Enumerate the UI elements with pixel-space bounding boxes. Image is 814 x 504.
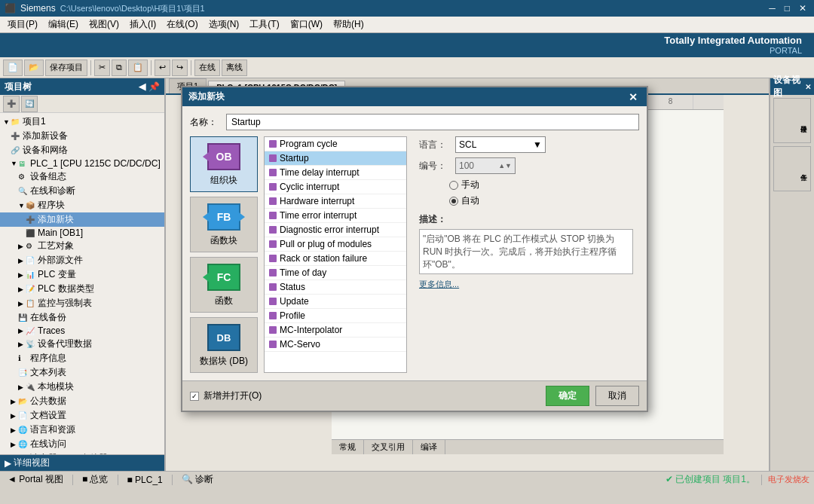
tree-item-plc-variable[interactable]: ▶ 📊 PLC 变量: [0, 267, 164, 282]
cancel-button[interactable]: 取消: [595, 386, 639, 406]
tree-item-text-list[interactable]: 📑 文本列表: [0, 365, 164, 380]
number-input[interactable]: 100 ▲▼: [455, 157, 516, 174]
portal-view-btn[interactable]: ◄ Portal 视图: [5, 473, 66, 486]
new-btn[interactable]: 📄: [3, 60, 23, 76]
portal-header: Totally Integrated Automation PORTAL: [0, 33, 814, 57]
close-btn[interactable]: ✕: [796, 3, 809, 14]
list-item-profile[interactable]: Profile: [265, 309, 406, 323]
tree-item-traces[interactable]: ▶ 📈 Traces: [0, 325, 164, 337]
confirm-button[interactable]: 确定: [546, 386, 589, 406]
list-item-status[interactable]: Status: [265, 280, 406, 295]
tree-item-doc-settings[interactable]: ▶ 📄 文档设置: [0, 408, 164, 423]
radio-auto[interactable]: 自动: [449, 194, 633, 207]
toolbar-sep2: [151, 60, 151, 75]
tree-item-online-backup[interactable]: 💾 在线备份: [0, 310, 164, 325]
menu-edit[interactable]: 编辑(E): [44, 17, 83, 32]
description-text: "启动"OB 将在 PLC 的工作模式从 STOP 切换为 RUN 时执行一次。…: [423, 234, 617, 270]
tree-item-external-source[interactable]: ▶ 📄 外部源文件: [0, 253, 164, 267]
tree-item-online-diag[interactable]: 🔍 在线和诊断: [0, 184, 164, 198]
radio-manual[interactable]: 手动: [449, 179, 633, 191]
cut-btn[interactable]: ✂: [94, 60, 110, 76]
menu-options[interactable]: 选项(N): [204, 17, 244, 32]
more-info-link[interactable]: 更多信息...: [419, 279, 459, 290]
list-item-diagnostic[interactable]: Diagnostic error interrupt: [265, 223, 406, 237]
list-item-rack-failure[interactable]: Rack or station failure: [265, 252, 406, 266]
online-btn[interactable]: 在线: [194, 60, 220, 76]
language-dropdown[interactable]: SCL ▼: [455, 136, 546, 153]
tree-item-common-data[interactable]: ▶ 📂 公共数据: [0, 394, 164, 408]
list-item-mc-interpolator[interactable]: MC-Interpolator: [265, 323, 406, 338]
app-logo: ⬛: [5, 3, 16, 14]
tree-item-program-blocks[interactable]: ▼ 📦 程序块: [0, 198, 164, 212]
block-type-fc[interactable]: FC 函数: [190, 257, 258, 313]
footer-checkbox[interactable]: ✓: [190, 392, 199, 401]
menu-project[interactable]: 项目(P): [3, 17, 42, 32]
fc-icon-shape: FC: [205, 262, 243, 292]
maximize-btn[interactable]: □: [782, 3, 793, 14]
fc-shape: FC: [207, 264, 240, 291]
list-item-pull-plug[interactable]: Pull or plug of modules: [265, 237, 406, 252]
undo-btn[interactable]: ↩: [155, 60, 170, 76]
radio-group: 手动 自动: [449, 179, 633, 207]
tree-item-online-access[interactable]: ▶ 🌐 在线访问: [0, 437, 164, 451]
diag-btn[interactable]: 🔍 诊断: [179, 473, 216, 486]
tree-item-plc-data-type[interactable]: ▶ 📝 PLC 数据类型: [0, 282, 164, 296]
paste-btn[interactable]: 📋: [128, 60, 148, 76]
tree-item-project[interactable]: ▼ 📁 项目1: [0, 115, 164, 129]
tree-item-local-modules[interactable]: ▶ 🔌 本地模块: [0, 380, 164, 394]
list-icon-1: [269, 154, 277, 162]
block-type-ob[interactable]: OB 组织块: [190, 136, 258, 192]
save-btn[interactable]: 保存项目: [45, 60, 87, 76]
list-item-time-of-day[interactable]: Time of day: [265, 266, 406, 280]
offline-btn[interactable]: 离线: [222, 60, 247, 76]
task-card-btn[interactable]: 任务卡: [773, 146, 811, 191]
footer-left: ✓ 新增并打开(O): [190, 389, 262, 402]
toolbar: 📄 📂 保存项目 ✂ ⧉ 📋 ↩ ↪ 在线 离线: [0, 57, 814, 78]
list-item-mc-servo[interactable]: MC-Servo: [265, 338, 406, 352]
plc-btn[interactable]: ■ PLC_1: [124, 475, 166, 485]
status-sep2: [118, 475, 118, 485]
number-value: 100: [459, 160, 474, 171]
list-item-program-cycle[interactable]: Program cycle: [265, 137, 406, 151]
tree-item-monitor-table[interactable]: ▶ 📋 监控与强制表: [0, 296, 164, 310]
tree-content: ▼ 📁 项目1 ➕ 添加新设备 🔗 设备和网络 ▼ 🖥 PLC_1 [CPU 1…: [0, 113, 164, 454]
tree-refresh-btn[interactable]: 🔄: [21, 96, 38, 112]
list-item-hardware[interactable]: Hardware interrupt: [265, 194, 406, 209]
menu-tools[interactable]: 工具(T): [245, 17, 283, 32]
tree-item-device-network[interactable]: 🔗 设备和网络: [0, 143, 164, 157]
block-type-db[interactable]: DB 数据块 (DB): [190, 317, 258, 373]
dialog-close-btn[interactable]: ✕: [626, 91, 641, 103]
detail-view-toggle[interactable]: ▶ 详细视图: [0, 454, 164, 471]
minimize-btn[interactable]: ─: [766, 3, 779, 14]
hardware-catalog-btn[interactable]: 硬件目录: [773, 98, 811, 143]
tree-pin-icon[interactable]: 📌: [148, 81, 160, 92]
tree-item-device-proxy[interactable]: ▶ 📡 设备代理数据: [0, 337, 164, 351]
open-btn[interactable]: 📂: [24, 60, 44, 76]
overview-btn[interactable]: ■ 总览: [79, 473, 112, 486]
list-item-time-delay[interactable]: Time delay interrupt: [265, 166, 406, 180]
copy-btn[interactable]: ⧉: [112, 60, 127, 76]
menu-online[interactable]: 在线(O): [162, 17, 202, 32]
tree-item-add-device[interactable]: ➕ 添加新设备: [0, 129, 164, 143]
block-type-fb[interactable]: FB 函数块: [190, 197, 258, 252]
menu-window[interactable]: 窗口(W): [286, 17, 327, 32]
list-item-cyclic[interactable]: Cyclic interrupt: [265, 180, 406, 194]
tree-item-device-config[interactable]: ⚙ 设备组态: [0, 170, 164, 184]
menu-view[interactable]: 视图(V): [84, 17, 124, 32]
tree-item-main-ob1[interactable]: ⬛ Main [OB1]: [0, 227, 164, 239]
right-panel-close-icon[interactable]: ✕: [805, 83, 811, 91]
tree-item-language-resources[interactable]: ▶ 🌐 语言和资源: [0, 423, 164, 437]
list-item-update[interactable]: Update: [265, 295, 406, 309]
tree-item-add-new-block[interactable]: ➕ 添加新块: [0, 212, 164, 227]
list-item-startup[interactable]: Startup: [265, 151, 406, 166]
tree-item-tech-objects[interactable]: ▶ ⚙ 工艺对象: [0, 239, 164, 253]
menu-help[interactable]: 帮助(H): [329, 17, 369, 32]
name-input[interactable]: [226, 114, 639, 130]
tree-collapse-icon[interactable]: ◀: [139, 81, 145, 92]
menu-insert[interactable]: 插入(I): [125, 17, 161, 32]
tree-add-btn[interactable]: ➕: [3, 96, 20, 112]
redo-btn[interactable]: ↪: [172, 60, 188, 76]
list-item-time-error[interactable]: Time error interrupt: [265, 209, 406, 223]
tree-item-plc[interactable]: ▼ 🖥 PLC_1 [CPU 1215C DC/DC/DC]: [0, 157, 164, 170]
tree-item-program-info[interactable]: ℹ 程序信息: [0, 351, 164, 365]
